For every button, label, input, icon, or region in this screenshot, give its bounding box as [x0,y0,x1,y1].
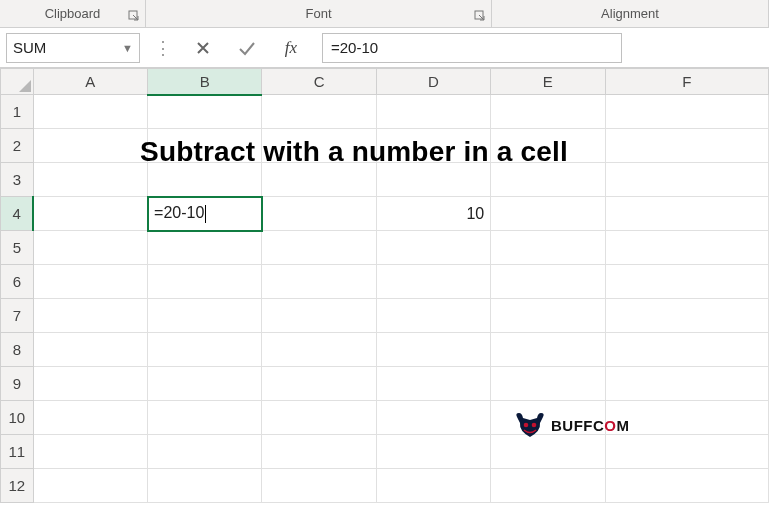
cell-E6[interactable] [491,265,605,299]
cell-D9[interactable] [376,367,490,401]
cell-E2[interactable] [491,129,605,163]
cell-F6[interactable] [605,265,768,299]
cell-D12[interactable] [376,469,490,503]
cell-C7[interactable] [262,299,376,333]
row-header-9[interactable]: 9 [1,367,34,401]
cell-B1[interactable] [148,95,262,129]
insert-function-button[interactable]: fx [272,33,310,63]
cell-A12[interactable] [33,469,147,503]
cell-B8[interactable] [148,333,262,367]
cell-C5[interactable] [262,231,376,265]
cell-D7[interactable] [376,299,490,333]
cell-B3[interactable] [148,163,262,197]
cell-F8[interactable] [605,333,768,367]
cell-D10[interactable] [376,401,490,435]
name-box-value: SUM [13,39,46,56]
cell-F10[interactable] [605,401,768,435]
cell-A7[interactable] [33,299,147,333]
cell-F9[interactable] [605,367,768,401]
col-header-A[interactable]: A [33,69,147,95]
row-header-2[interactable]: 2 [1,129,34,163]
cell-C2[interactable] [262,129,376,163]
col-header-B[interactable]: B [148,69,262,95]
cell-C3[interactable] [262,163,376,197]
cell-E9[interactable] [491,367,605,401]
row-header-3[interactable]: 3 [1,163,34,197]
cell-C11[interactable] [262,435,376,469]
select-all-corner[interactable] [1,69,34,95]
cell-F12[interactable] [605,469,768,503]
cell-A1[interactable] [33,95,147,129]
row-header-8[interactable]: 8 [1,333,34,367]
row-header-12[interactable]: 12 [1,469,34,503]
row-header-6[interactable]: 6 [1,265,34,299]
cell-B10[interactable] [148,401,262,435]
cell-A5[interactable] [33,231,147,265]
cell-A11[interactable] [33,435,147,469]
formula-bar-input[interactable]: =20-10 [322,33,622,63]
row-header-4[interactable]: 4 [1,197,34,231]
cell-E8[interactable] [491,333,605,367]
row-header-11[interactable]: 11 [1,435,34,469]
cell-B9[interactable] [148,367,262,401]
cell-E11[interactable] [491,435,605,469]
cell-B2[interactable] [148,129,262,163]
cell-D6[interactable] [376,265,490,299]
cell-B5[interactable] [148,231,262,265]
cell-B11[interactable] [148,435,262,469]
clipboard-dialog-launcher-icon[interactable] [127,9,141,23]
cell-C10[interactable] [262,401,376,435]
row-header-7[interactable]: 7 [1,299,34,333]
cell-A8[interactable] [33,333,147,367]
font-dialog-launcher-icon[interactable] [473,9,487,23]
cell-C9[interactable] [262,367,376,401]
cell-C1[interactable] [262,95,376,129]
col-header-F[interactable]: F [605,69,768,95]
cell-F4[interactable] [605,197,768,231]
cell-E4[interactable] [491,197,605,231]
cell-E5[interactable] [491,231,605,265]
cell-E12[interactable] [491,469,605,503]
name-box-dropdown-icon[interactable]: ▼ [122,42,133,54]
cell-F3[interactable] [605,163,768,197]
cell-D11[interactable] [376,435,490,469]
cell-B7[interactable] [148,299,262,333]
cell-B6[interactable] [148,265,262,299]
cell-D1[interactable] [376,95,490,129]
cell-A3[interactable] [33,163,147,197]
cell-A4[interactable] [33,197,147,231]
cell-C8[interactable] [262,333,376,367]
col-header-E[interactable]: E [491,69,605,95]
cell-F1[interactable] [605,95,768,129]
row-header-1[interactable]: 1 [1,95,34,129]
cell-E3[interactable] [491,163,605,197]
cell-C4[interactable] [262,197,376,231]
cell-A10[interactable] [33,401,147,435]
cell-E1[interactable] [491,95,605,129]
cell-F11[interactable] [605,435,768,469]
cell-F7[interactable] [605,299,768,333]
enter-formula-button[interactable] [228,33,266,63]
col-header-C[interactable]: C [262,69,376,95]
cell-A6[interactable] [33,265,147,299]
name-box[interactable]: SUM ▼ [6,33,140,63]
cell-D3[interactable] [376,163,490,197]
cell-B12[interactable] [148,469,262,503]
cell-E10[interactable] [491,401,605,435]
cell-D2[interactable] [376,129,490,163]
cell-B4[interactable]: =20-10 [148,197,262,231]
cell-F2[interactable] [605,129,768,163]
cell-D8[interactable] [376,333,490,367]
cell-A9[interactable] [33,367,147,401]
row-header-5[interactable]: 5 [1,231,34,265]
cancel-formula-button[interactable] [184,33,222,63]
cell-C12[interactable] [262,469,376,503]
cell-E7[interactable] [491,299,605,333]
row-header-10[interactable]: 10 [1,401,34,435]
cell-A2[interactable] [33,129,147,163]
cell-D5[interactable] [376,231,490,265]
cell-D4[interactable]: 10 [376,197,490,231]
col-header-D[interactable]: D [376,69,490,95]
cell-F5[interactable] [605,231,768,265]
cell-C6[interactable] [262,265,376,299]
